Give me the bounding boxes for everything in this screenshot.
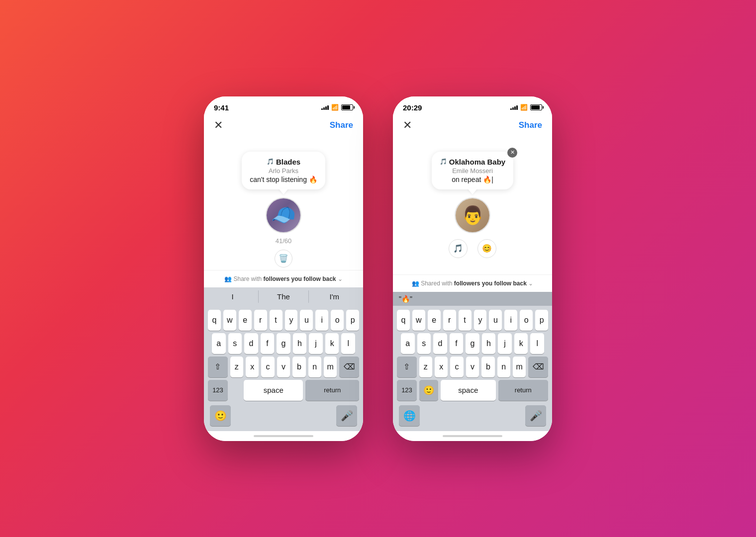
delete-key-1[interactable]: ⌫ <box>339 357 359 377</box>
keyboard-2: q w e r t y u i o p a s d f g <box>393 306 552 431</box>
nav-bar-1: ✕ Share <box>204 115 363 137</box>
delete-key-2[interactable]: ⌫ <box>528 357 548 377</box>
mic-key-1[interactable]: 🎤 <box>336 405 357 426</box>
key-v-1[interactable]: v <box>277 357 290 377</box>
key-g-1[interactable]: g <box>277 333 290 354</box>
key-k-2[interactable]: k <box>514 333 528 354</box>
key-row-3-1: ⇧ z x c v b n m ⌫ <box>206 357 361 377</box>
key-y-2[interactable]: y <box>474 310 487 331</box>
song-title-2: 🎵 Oklahoma Baby <box>440 158 505 166</box>
shift-key-2[interactable]: ⇧ <box>397 357 417 377</box>
bubble-close-2[interactable]: ✕ <box>507 148 517 158</box>
num-key-1[interactable]: 123 <box>208 380 228 401</box>
avatar-container-2: 👨 🎵 😊 <box>449 197 496 258</box>
wifi-icon-2: 📶 <box>520 104 528 111</box>
suggestion-1-1[interactable]: I <box>208 290 257 303</box>
key-w-2[interactable]: w <box>412 310 425 331</box>
key-x-1[interactable]: x <box>246 357 259 377</box>
emoji-key-1[interactable]: 🙂 <box>210 405 231 426</box>
key-u-2[interactable]: u <box>489 310 502 331</box>
key-h-1[interactable]: h <box>293 333 307 354</box>
delete-button-1[interactable]: 🗑️ <box>275 250 292 268</box>
key-e-1[interactable]: e <box>239 310 252 331</box>
key-a-1[interactable]: a <box>212 333 226 354</box>
key-i-1[interactable]: i <box>315 310 328 331</box>
key-b-1[interactable]: b <box>292 357 305 377</box>
key-y-1[interactable]: y <box>285 310 298 331</box>
key-v-2[interactable]: v <box>466 357 479 377</box>
return-key-2[interactable]: return <box>498 380 548 401</box>
signal-icon-2 <box>510 105 518 110</box>
key-g-2[interactable]: g <box>466 333 479 354</box>
song-bubble-container-2: ✕ 🎵 Oklahoma Baby Emile Mosseri on repea… <box>432 152 513 189</box>
key-s-1[interactable]: s <box>228 333 242 354</box>
share-with-2[interactable]: 👥 Shared with followers you follow back … <box>393 274 552 292</box>
key-q-1[interactable]: q <box>208 310 221 331</box>
key-i-2[interactable]: i <box>504 310 517 331</box>
key-o-1[interactable]: o <box>331 310 344 331</box>
suggestion-1-2[interactable]: The <box>258 290 308 303</box>
status-icons-1: 📶 <box>321 104 353 111</box>
key-f-2[interactable]: f <box>450 333 464 354</box>
share-button-1[interactable]: Share <box>330 120 353 130</box>
close-button-2[interactable]: ✕ <box>403 119 412 132</box>
char-count-1: 41/60 <box>276 237 292 245</box>
key-b-2[interactable]: b <box>481 357 494 377</box>
key-p-2[interactable]: p <box>535 310 548 331</box>
signal-bar-2 <box>323 107 325 110</box>
key-d-2[interactable]: d <box>433 333 447 354</box>
key-r-1[interactable]: r <box>254 310 267 331</box>
key-c-2[interactable]: c <box>450 357 463 377</box>
key-h-2[interactable]: h <box>482 333 496 354</box>
share-button-2[interactable]: Share <box>519 120 542 130</box>
globe-key-2[interactable]: 🌐 <box>399 405 420 426</box>
emoji-key-2[interactable]: 🙂 <box>419 380 438 401</box>
key-n-2[interactable]: n <box>497 357 510 377</box>
avatar-container-1: 🧢 41/60 🗑️ <box>266 197 301 268</box>
signal-bar-2-1 <box>510 108 512 110</box>
mic-key-2[interactable]: 🎤 <box>525 405 546 426</box>
space-bar-1[interactable]: space <box>244 380 303 401</box>
key-d-1[interactable]: d <box>244 333 258 354</box>
key-t-2[interactable]: t <box>459 310 472 331</box>
key-n-1[interactable]: n <box>308 357 321 377</box>
sticker-button-2[interactable]: 😊 <box>477 239 496 258</box>
key-p-1[interactable]: p <box>346 310 359 331</box>
key-j-2[interactable]: j <box>498 333 512 354</box>
space-bar-2[interactable]: space <box>441 380 496 401</box>
signal-bar-2-2 <box>512 107 514 110</box>
return-key-1[interactable]: return <box>305 380 359 401</box>
key-z-2[interactable]: z <box>419 357 432 377</box>
signal-bar-3 <box>325 106 327 110</box>
key-l-2[interactable]: l <box>530 333 544 354</box>
key-x-2[interactable]: x <box>435 357 448 377</box>
key-s-2[interactable]: s <box>417 333 431 354</box>
key-c-1[interactable]: c <box>261 357 274 377</box>
key-e-2[interactable]: e <box>428 310 441 331</box>
chevron-down-icon-2: ⌄ <box>528 280 533 287</box>
key-z-1[interactable]: z <box>230 357 243 377</box>
key-t-1[interactable]: t <box>270 310 283 331</box>
music-note-button-2[interactable]: 🎵 <box>449 239 468 258</box>
num-key-2[interactable]: 123 <box>397 380 417 401</box>
key-w-1[interactable]: w <box>223 310 236 331</box>
share-with-1[interactable]: 👥 Share with followers you follow back ⌄ <box>204 270 363 287</box>
key-q-2[interactable]: q <box>397 310 410 331</box>
key-r-2[interactable]: r <box>443 310 456 331</box>
key-j-1[interactable]: j <box>309 333 323 354</box>
key-m-1[interactable]: m <box>324 357 337 377</box>
phone-1: 9:41 📶 ✕ Share <box>204 96 363 441</box>
key-f-1[interactable]: f <box>261 333 275 354</box>
song-status-1: can't stop listening 🔥 <box>250 176 317 183</box>
status-icons-2: 📶 <box>510 104 542 111</box>
key-m-2[interactable]: m <box>513 357 526 377</box>
close-button-1[interactable]: ✕ <box>214 119 223 132</box>
suggestion-1-3[interactable]: I'm <box>310 290 359 303</box>
key-a-2[interactable]: a <box>401 333 415 354</box>
key-l-1[interactable]: l <box>341 333 355 354</box>
key-k-1[interactable]: k <box>325 333 339 354</box>
key-u-1[interactable]: u <box>300 310 313 331</box>
shift-key-1[interactable]: ⇧ <box>208 357 228 377</box>
key-o-2[interactable]: o <box>520 310 533 331</box>
predictive-text-2[interactable]: "🔥" <box>399 295 412 303</box>
